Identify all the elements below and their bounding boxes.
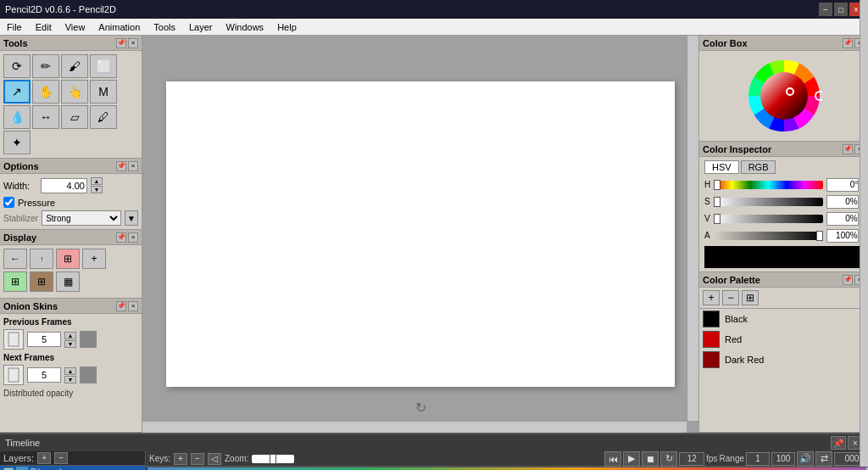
menu-windows[interactable]: Windows — [220, 20, 271, 34]
eyedropper-tool-button[interactable]: 💧 — [3, 105, 31, 129]
brush-tool-button[interactable]: 🖌 — [61, 54, 88, 78]
palette-item-black[interactable]: Black — [699, 309, 868, 329]
display-grid1-button[interactable]: ⊞ — [56, 249, 80, 269]
key-remove-button[interactable]: − — [191, 453, 204, 465]
skip-to-start-button[interactable]: ⏮ — [604, 451, 621, 467]
loop2-button[interactable]: ⇄ — [815, 451, 832, 467]
palette-item-dark-red[interactable]: Dark Red — [699, 350, 868, 370]
stop-button[interactable]: ⏹ — [642, 451, 659, 467]
palette-scrollbar[interactable] — [860, 288, 868, 432]
h-value[interactable] — [826, 178, 859, 192]
palette-grid-button[interactable]: ⊞ — [742, 290, 759, 305]
fps-label: fps — [706, 454, 717, 463]
options-pin-button[interactable]: 📌 — [116, 161, 126, 171]
select-tool-button[interactable]: ⬜ — [90, 54, 117, 78]
display-texture-button[interactable]: ▦ — [56, 271, 80, 292]
width-input[interactable] — [41, 178, 87, 193]
prev-up-button[interactable]: ▲ — [64, 332, 76, 339]
smudge-tool-button[interactable]: 👆 — [61, 80, 88, 104]
pencil-tool-button[interactable]: ✏ — [32, 54, 59, 78]
menu-help[interactable]: Help — [270, 20, 303, 34]
menu-animation[interactable]: Animation — [92, 20, 147, 34]
pressure-checkbox[interactable] — [3, 197, 14, 208]
menu-view[interactable]: View — [58, 20, 92, 34]
pressure-row: Pressure — [3, 197, 138, 208]
tab-rgb[interactable]: RGB — [741, 160, 776, 174]
cp-pin-button[interactable]: 📌 — [843, 275, 853, 285]
menu-file[interactable]: File — [0, 20, 29, 34]
audio-button[interactable]: 🔊 — [797, 451, 814, 467]
s-slider[interactable] — [714, 198, 823, 206]
layer-add-button[interactable]: + — [37, 452, 51, 464]
width-label: Width: — [3, 181, 37, 191]
width-down-button[interactable]: ▼ — [91, 186, 103, 193]
next-frames-input[interactable] — [27, 367, 61, 383]
hand-tool-button[interactable]: ✋ — [32, 80, 59, 104]
loop-button[interactable]: ↻ — [660, 451, 677, 467]
play-button[interactable]: ▶ — [623, 451, 640, 467]
a-value[interactable] — [826, 229, 859, 243]
menu-tools[interactable]: Tools — [147, 20, 182, 34]
color-wheel[interactable] — [746, 58, 822, 134]
layers-panel: Layers: + − B Bitmap Layer V Vector Laye… — [0, 451, 146, 470]
tools-close-button[interactable]: × — [128, 38, 138, 48]
canvas-scroll-horizontal[interactable] — [142, 421, 687, 433]
canvas-scroll-vertical[interactable] — [687, 36, 698, 421]
prev-down-button[interactable]: ▼ — [64, 340, 76, 348]
tab-hsv[interactable]: HSV — [704, 160, 739, 174]
eraser-tool-button[interactable]: ▱ — [61, 105, 88, 129]
h-slider[interactable] — [714, 181, 823, 189]
onion-close-button[interactable]: × — [128, 301, 138, 311]
layer-row-bitmap[interactable]: B Bitmap Layer — [0, 466, 145, 470]
v-value[interactable] — [826, 212, 859, 226]
transform-tool-button[interactable]: ↔ — [32, 105, 59, 129]
display-prev-button[interactable]: ← — [3, 249, 27, 269]
prev-frames-input[interactable] — [27, 332, 61, 347]
s-value[interactable] — [826, 195, 859, 209]
stabilizer-arrow-button[interactable]: ▼ — [125, 210, 138, 226]
display-row-2: ⊞ ⊞ ▦ — [3, 271, 138, 292]
layer-icon-bitmap: B — [16, 467, 28, 470]
next-up-button[interactable]: ▲ — [64, 367, 76, 375]
key-prev-button[interactable]: ◁ — [208, 453, 221, 465]
options-close-button[interactable]: × — [128, 161, 138, 171]
display-center-button[interactable]: + — [82, 249, 106, 269]
width-up-button[interactable]: ▲ — [91, 177, 103, 185]
range-end-input[interactable] — [771, 452, 795, 466]
display-grid2-button[interactable]: ⊞ — [3, 271, 27, 292]
ci-pin-button[interactable]: 📌 — [843, 144, 853, 154]
palette-item-red[interactable]: Red — [699, 329, 868, 350]
a-slider[interactable] — [714, 232, 823, 240]
drawing-canvas[interactable] — [166, 81, 675, 387]
camera-tool-button[interactable]: ⟳ — [3, 54, 31, 78]
timeline-pin-button[interactable]: 📌 — [831, 436, 846, 450]
maximize-button[interactable]: □ — [834, 3, 848, 16]
pointer-tool-button[interactable]: ↗ — [3, 80, 31, 104]
v-slider[interactable] — [714, 215, 823, 223]
display-close-button[interactable]: × — [128, 232, 138, 243]
next-down-button[interactable]: ▼ — [64, 376, 76, 383]
tools-pin-button[interactable]: 📌 — [116, 38, 126, 48]
h-slider-row: H ▲ ▼ — [704, 177, 863, 192]
extra-tool-button[interactable]: ✦ — [3, 131, 31, 154]
color-box-pin-button[interactable]: 📌 — [843, 38, 853, 48]
menu-layer[interactable]: Layer — [182, 20, 220, 34]
minimize-button[interactable]: − — [819, 3, 832, 16]
key-add-button[interactable]: + — [174, 453, 187, 465]
display-next-button[interactable]: ↑ — [30, 249, 53, 269]
palette-add-button[interactable]: + — [703, 290, 720, 305]
palette-remove-button[interactable]: − — [722, 290, 739, 305]
pen-tool-button[interactable]: 🖊 — [90, 105, 117, 129]
fps-input[interactable] — [679, 452, 704, 466]
range-start-input[interactable] — [746, 452, 770, 466]
layer-delete-button[interactable]: − — [54, 452, 68, 464]
zoom-slider[interactable] — [252, 455, 294, 463]
color-wheel-container[interactable] — [699, 51, 868, 141]
display-pin-button[interactable]: 📌 — [116, 232, 126, 243]
onion-pin-button[interactable]: 📌 — [116, 301, 126, 311]
m-tool-button[interactable]: M — [90, 80, 117, 104]
stabilizer-select[interactable]: None Weak Strong — [42, 210, 121, 226]
display-grid3-button[interactable]: ⊞ — [30, 271, 53, 292]
menu-edit[interactable]: Edit — [29, 20, 58, 34]
dark-red-swatch — [703, 351, 720, 368]
